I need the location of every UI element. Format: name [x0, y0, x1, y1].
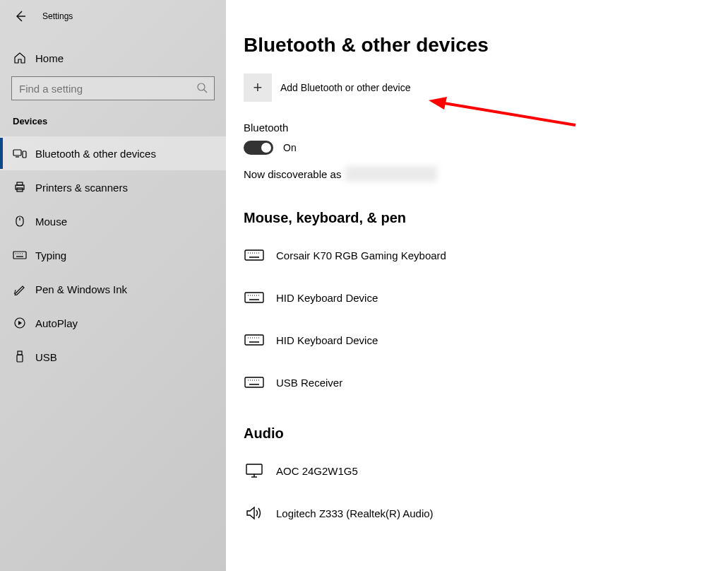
- sidebar-item-label: Typing: [35, 249, 66, 261]
- device-label: AOC 24G2W1G5: [276, 465, 358, 477]
- keyboard-icon: [13, 248, 27, 262]
- discoverable-name-redacted: [345, 166, 437, 182]
- main-content: Bluetooth & other devices + Add Bluetoot…: [244, 0, 728, 571]
- keyboard-icon: [244, 289, 265, 306]
- usb-icon: [13, 350, 27, 364]
- home-nav[interactable]: Home: [0, 42, 226, 73]
- sidebar-item-bluetooth[interactable]: Bluetooth & other devices: [0, 136, 226, 170]
- add-device-label: Add Bluetooth or other device: [280, 82, 410, 93]
- sidebar-item-autoplay[interactable]: AutoPlay: [0, 306, 226, 340]
- home-label: Home: [35, 52, 64, 64]
- device-row[interactable]: Corsair K70 RGB Gaming Keyboard: [244, 237, 728, 273]
- discoverable-text: Now discoverable as: [244, 166, 728, 182]
- device-row[interactable]: USB Receiver: [244, 365, 728, 400]
- autoplay-icon: [13, 316, 27, 330]
- keyboard-icon: [244, 374, 265, 391]
- device-row[interactable]: HID Keyboard Device: [244, 280, 728, 315]
- sidebar-item-label: Bluetooth & other devices: [35, 148, 156, 160]
- svg-rect-29: [245, 293, 263, 302]
- device-label: HID Keyboard Device: [276, 334, 378, 346]
- topbar: Settings: [0, 0, 226, 33]
- sidebar-item-usb[interactable]: USB: [0, 340, 226, 374]
- mouse-icon: [13, 214, 27, 228]
- svg-rect-3: [13, 150, 21, 155]
- device-label: Corsair K70 RGB Gaming Keyboard: [276, 249, 446, 261]
- device-label: USB Receiver: [276, 377, 342, 389]
- left-arrow-icon: [14, 10, 27, 23]
- device-label: Logitech Z333 (Realtek(R) Audio): [276, 507, 434, 519]
- svg-marker-18: [18, 321, 22, 325]
- svg-rect-19: [18, 351, 22, 355]
- search-icon: [196, 82, 208, 93]
- svg-rect-11: [13, 252, 26, 259]
- sidebar-item-pen[interactable]: Pen & Windows Ink: [0, 272, 226, 306]
- svg-rect-20: [17, 355, 23, 362]
- device-row[interactable]: HID Keyboard Device: [244, 322, 728, 358]
- back-button[interactable]: [13, 8, 28, 24]
- svg-rect-37: [245, 335, 263, 345]
- search-wrap: [11, 76, 215, 100]
- svg-rect-7: [17, 182, 23, 185]
- svg-rect-45: [245, 377, 263, 387]
- group-title-input: Mouse, keyboard, & pen: [244, 210, 728, 226]
- keyboard-icon: [244, 331, 265, 348]
- sidebar-item-label: USB: [35, 351, 57, 363]
- sidebar-item-printers[interactable]: Printers & scanners: [0, 170, 226, 204]
- printer-icon: [13, 180, 27, 194]
- page-title: Bluetooth & other devices: [244, 34, 728, 57]
- svg-line-2: [204, 90, 207, 93]
- svg-rect-21: [245, 250, 263, 260]
- sidebar-item-label: Mouse: [35, 216, 67, 228]
- sidebar: Settings Home Devices Bluetooth & other …: [0, 0, 226, 571]
- device-row[interactable]: Logitech Z333 (Realtek(R) Audio): [244, 495, 728, 531]
- device-row[interactable]: AOC 24G2W1G5: [244, 453, 728, 488]
- svg-rect-53: [246, 464, 262, 474]
- sidebar-item-label: Printers & scanners: [35, 182, 128, 194]
- sidebar-item-label: AutoPlay: [35, 317, 78, 329]
- add-device-button[interactable]: + Add Bluetooth or other device: [244, 73, 728, 102]
- speaker-icon: [244, 505, 265, 522]
- home-icon: [13, 51, 27, 65]
- search-input[interactable]: [11, 76, 215, 100]
- monitor-icon: [244, 462, 265, 479]
- bluetooth-heading: Bluetooth: [244, 122, 728, 134]
- svg-rect-5: [23, 151, 26, 158]
- sidebar-item-typing[interactable]: Typing: [0, 238, 226, 272]
- devices-icon: [13, 146, 27, 160]
- bluetooth-toggle[interactable]: [244, 141, 273, 155]
- sidebar-item-mouse[interactable]: Mouse: [0, 204, 226, 238]
- discoverable-prefix: Now discoverable as: [244, 168, 341, 180]
- device-label: HID Keyboard Device: [276, 292, 378, 304]
- keyboard-icon: [244, 247, 265, 264]
- plus-icon: +: [244, 73, 272, 102]
- group-title-audio: Audio: [244, 425, 728, 442]
- bluetooth-state: On: [283, 142, 297, 153]
- svg-point-1: [198, 83, 205, 90]
- sidebar-item-label: Pen & Windows Ink: [35, 283, 127, 295]
- app-title: Settings: [42, 11, 73, 21]
- sidebar-section-header: Devices: [0, 112, 226, 136]
- pen-icon: [13, 282, 27, 296]
